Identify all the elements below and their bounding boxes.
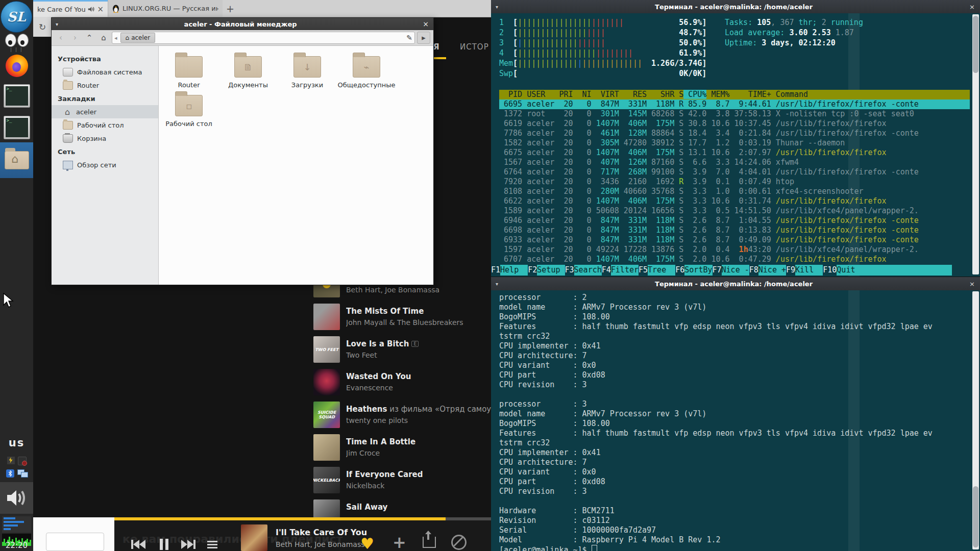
fkey-label[interactable]: Search [574, 265, 602, 276]
home-button[interactable]: ⌂ [97, 32, 110, 43]
keyboard-layout-indicator[interactable]: us [0, 437, 33, 449]
edit-path-icon[interactable]: ✎ [406, 34, 412, 42]
clock[interactable]: 22:20 [0, 541, 33, 550]
music-nav-fragment[interactable]: Я [433, 42, 439, 52]
process-row[interactable]: 7786 aceler 20 0 461M 128M 88864 S 18.4 … [499, 129, 970, 138]
scrollbar-thumb[interactable] [973, 16, 978, 73]
fkey-F5[interactable]: F5 [639, 265, 648, 276]
fkey-F8[interactable]: F8 [749, 265, 758, 276]
sidebar-item-Обзор сети[interactable]: Обзор сети [52, 158, 158, 171]
dock-item-terminal-1[interactable]: >_ [0, 84, 33, 108]
process-row[interactable]: 6707 aceler 20 0 1407M 406M 175M S 2.0 1… [499, 255, 970, 264]
sidebar-item-Рабочий стол[interactable]: Рабочий стол [52, 118, 158, 132]
back-button[interactable]: ‹ [55, 32, 67, 43]
now-playing-artist[interactable]: Beth Hart, Joe Bonamassa [276, 540, 369, 548]
now-playing-album-art[interactable] [241, 524, 267, 551]
fkey-F9[interactable]: F9 [786, 265, 795, 276]
add-to-playlist-icon[interactable]: + [393, 533, 406, 551]
fkey-label[interactable]: Setup [537, 265, 565, 276]
process-row[interactable]: 6698 aceler 20 0 847M 331M 118M S 2.6 8.… [499, 226, 970, 235]
fkey-F2[interactable]: F2 [528, 265, 537, 276]
fkey-F10[interactable]: F10 [823, 265, 837, 276]
folder-item-Рабочий стол[interactable]: ▫Рабочий стол [162, 95, 216, 128]
terminal-titlebar[interactable]: ▾ Терминал - aceler@malinka: /home/acele… [491, 0, 980, 13]
fkey-label[interactable]: Help [500, 265, 528, 276]
cpu-usage-mini-graph[interactable] [2, 516, 31, 533]
terminal-close-button[interactable]: × [969, 280, 975, 288]
scrollbar[interactable] [972, 291, 979, 549]
dock-item-file-manager-active[interactable] [0, 142, 33, 178]
sidebar-item-aceler[interactable]: ⌂aceler [52, 105, 158, 118]
dock-item-firefox[interactable] [0, 53, 33, 79]
fm-files-area[interactable]: Router🗎Документы↓Загрузки⌁Общедоступные▫… [159, 46, 433, 285]
fm-titlebar[interactable]: ▾ aceler - Файловый менеджер × [52, 18, 433, 30]
process-row[interactable]: 1372 root 20 0 301M 145M 68268 S 42.0 3.… [499, 109, 970, 119]
next-track-button[interactable] [180, 536, 197, 551]
tab-close-icon[interactable]: × [97, 5, 104, 14]
fkey-label[interactable]: Filter [611, 265, 639, 276]
terminal-titlebar[interactable]: ▾ Терминал - aceler@malinka: /home/acele… [491, 277, 980, 290]
bluetooth-icon[interactable] [6, 469, 14, 478]
music-track-row[interactable]: NICKELBACKIf Everyone CaredNickelback [313, 467, 491, 495]
lock-clock-icon[interactable] [18, 457, 27, 465]
fkey-F6[interactable]: F6 [675, 265, 684, 276]
shell-prompt[interactable]: [aceler@malinka ~]$ [499, 545, 970, 551]
sidebar-item-Router[interactable]: Router [52, 79, 158, 92]
terminal-close-button[interactable]: × [969, 3, 975, 11]
process-row[interactable]: 6695 aceler 20 0 847M 331M 118M R 85.9 8… [499, 99, 970, 109]
fkey-label[interactable]: Nice - [722, 265, 749, 276]
htop-process-table[interactable]: PID USER PRI NI VIRT RES SHR S CPU% MEM%… [499, 90, 970, 264]
now-playing-title[interactable]: I'll Take Care Of You [276, 528, 367, 537]
previous-track-button[interactable] [130, 536, 147, 551]
process-table-header[interactable]: PID USER PRI NI VIRT RES SHR S CPU% MEM%… [499, 90, 970, 99]
process-row[interactable]: 1597 aceler 20 0 49224 17228 13876 S 2.0… [499, 245, 970, 255]
path-crumb-aceler[interactable]: ⌂ aceler [120, 33, 156, 43]
fkey-label[interactable]: SortBy [684, 265, 712, 276]
dock-item-terminal-2[interactable]: >_ [0, 116, 33, 139]
sidebar-item-Корзина[interactable]: Корзина [52, 132, 158, 145]
process-row[interactable]: 6622 aceler 20 0 1407M 406M 175M S 3.3 1… [499, 196, 970, 206]
sidebar-item-Файловая система[interactable]: Файловая система [52, 65, 158, 79]
tab-music[interactable]: ke Care Of You — Be × [33, 0, 108, 17]
process-row[interactable]: 1589 aceler 20 0 50608 20124 16656 S 3.3… [499, 206, 970, 216]
up-button[interactable]: ⌃ [83, 32, 95, 43]
process-row[interactable]: 6619 aceler 20 0 1407M 406M 175M S 30.8 … [499, 119, 970, 129]
path-scroll-left-icon[interactable]: ◂ [114, 35, 117, 41]
fkey-F7[interactable]: F7 [713, 265, 722, 276]
process-row[interactable]: 8108 aceler 20 0 280M 40660 35768 S 3.3 … [499, 187, 970, 196]
fm-close-button[interactable]: × [423, 20, 429, 28]
music-nav-fragment-history[interactable]: ИСТОР [460, 42, 489, 52]
fkey-label[interactable]: Kill [795, 265, 823, 276]
new-tab-button[interactable]: + [223, 0, 238, 17]
pause-button[interactable] [155, 536, 173, 551]
folder-item-Router[interactable]: Router [162, 56, 216, 89]
process-row[interactable]: 6933 aceler 20 0 847M 331M 118M S 2.6 8.… [499, 235, 970, 245]
fkey-F4[interactable]: F4 [602, 265, 611, 276]
toolbar-more-button[interactable]: ▸ [417, 32, 430, 44]
fkey-label[interactable]: Nice + [758, 265, 786, 276]
fkey-F3[interactable]: F3 [565, 265, 574, 276]
network-monitors-icon[interactable] [17, 469, 28, 477]
htop-function-key-bar[interactable]: F1Help F2Setup F3SearchF4FilterF5Tree F6… [491, 265, 970, 276]
folder-item-Документы[interactable]: 🗎Документы [221, 56, 275, 89]
panel-grip[interactable]: | | | [0, 47, 33, 52]
queue-list-icon[interactable] [207, 536, 225, 551]
power-plug-icon[interactable] [7, 457, 15, 464]
sl-logo-icon[interactable]: SL [1, 1, 32, 33]
dislike-block-icon[interactable] [451, 535, 467, 550]
fkey-F1[interactable]: F1 [491, 265, 500, 276]
scrollbar[interactable] [972, 14, 979, 274]
tab-audio-icon[interactable] [88, 6, 94, 12]
folder-item-Общедоступные[interactable]: ⌁Общедоступные [339, 56, 394, 89]
path-bar[interactable]: ◂ ⌂ aceler ✎ [112, 32, 415, 44]
like-heart-icon[interactable]: ♥ [360, 535, 374, 551]
process-row[interactable]: 6764 aceler 20 0 717M 268M 99100 S 3.9 7… [499, 167, 970, 177]
music-track-row[interactable]: SUICIDE SQUADHeathens из фильма «Отряд с… [313, 402, 491, 430]
forward-button[interactable]: › [69, 32, 81, 43]
process-row[interactable]: 6946 aceler 20 0 847M 331M 118M S 2.6 8.… [499, 216, 970, 226]
process-row[interactable]: 1567 aceler 20 0 407M 126M 87160 S 6.6 3… [499, 158, 970, 167]
fkey-label[interactable]: Quit [837, 265, 855, 276]
music-track-row[interactable]: Time In A BottleJim Croce [313, 434, 491, 463]
volume-indicator[interactable] [0, 482, 33, 514]
progress-track[interactable] [114, 517, 491, 520]
